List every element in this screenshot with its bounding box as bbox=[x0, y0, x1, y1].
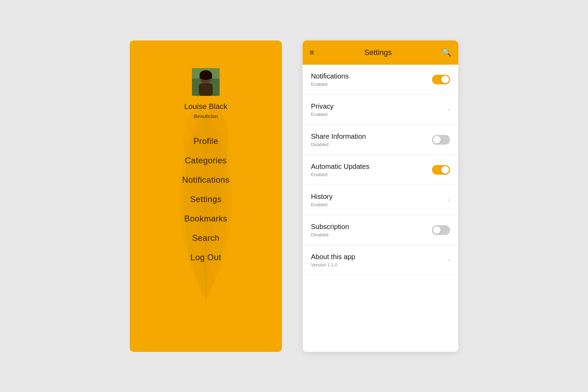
notifications-status: Enabled bbox=[311, 82, 349, 87]
auto-updates-control[interactable] bbox=[432, 165, 450, 175]
user-title: Beautician bbox=[194, 113, 218, 119]
settings-item-privacy-left: Privacy Enabled bbox=[311, 102, 334, 117]
settings-item-subscription-left: Subscription Disabled bbox=[311, 223, 349, 237]
settings-list: Notifications Enabled Privacy Enabled › bbox=[303, 65, 458, 352]
svg-rect-4 bbox=[199, 83, 213, 96]
hamburger-icon[interactable]: ≡ bbox=[310, 48, 314, 57]
privacy-label: Privacy bbox=[311, 102, 334, 110]
share-toggle-track[interactable] bbox=[432, 135, 450, 145]
privacy-status: Enabled bbox=[311, 112, 334, 117]
search-icon[interactable]: 🔍 bbox=[442, 48, 451, 57]
settings-item-notifications: Notifications Enabled bbox=[303, 65, 458, 95]
share-control[interactable] bbox=[432, 135, 450, 145]
subscription-toggle[interactable] bbox=[432, 225, 450, 235]
auto-updates-toggle-thumb bbox=[441, 166, 449, 174]
user-name: Louise Black bbox=[184, 102, 228, 111]
nav-item-search[interactable]: Search bbox=[192, 233, 219, 243]
subscription-toggle-thumb bbox=[433, 226, 441, 234]
share-toggle[interactable] bbox=[432, 135, 450, 145]
notifications-label: Notifications bbox=[311, 72, 349, 80]
left-panel: Louise Black Beautician Profile Categori… bbox=[130, 40, 282, 352]
subscription-status: Disabled bbox=[311, 232, 349, 237]
auto-updates-toggle-track[interactable] bbox=[432, 165, 450, 175]
settings-item-about[interactable]: About this app Version 1.1.0 › bbox=[303, 245, 458, 275]
share-toggle-thumb bbox=[433, 136, 441, 144]
header-title: Settings bbox=[364, 48, 392, 57]
nav-item-logout[interactable]: Log Out bbox=[191, 253, 221, 262]
settings-item-auto-updates: Automatic Updates Enabled bbox=[303, 155, 458, 185]
about-control[interactable]: › bbox=[448, 256, 450, 264]
settings-item-auto-updates-left: Automatic Updates Enabled bbox=[311, 163, 369, 177]
subscription-toggle-track[interactable] bbox=[432, 225, 450, 235]
avatar bbox=[192, 68, 220, 96]
history-label: History bbox=[311, 193, 332, 201]
privacy-chevron-icon: › bbox=[448, 106, 450, 113]
settings-item-subscription: Subscription Disabled bbox=[303, 215, 458, 245]
settings-item-history-left: History Enabled bbox=[311, 193, 332, 207]
settings-item-history[interactable]: History Enabled › bbox=[303, 185, 458, 215]
subscription-control[interactable] bbox=[432, 225, 450, 235]
subscription-label: Subscription bbox=[311, 223, 349, 231]
about-status: Version 1.1.0 bbox=[311, 262, 355, 267]
about-chevron-icon: › bbox=[448, 256, 450, 264]
auto-updates-toggle[interactable] bbox=[432, 165, 450, 175]
notifications-toggle[interactable] bbox=[432, 75, 450, 84]
nav-item-categories[interactable]: Categories bbox=[185, 156, 227, 165]
share-label: Share Information bbox=[311, 133, 366, 140]
nav-item-bookmarks[interactable]: Bookmarks bbox=[184, 214, 228, 224]
history-control[interactable]: › bbox=[448, 196, 450, 204]
auto-updates-status: Enabled bbox=[311, 172, 369, 177]
settings-header: ≡ Settings 🔍 bbox=[303, 40, 458, 65]
svg-rect-6 bbox=[200, 75, 212, 79]
settings-item-share: Share Information Disabled bbox=[303, 125, 458, 155]
privacy-control[interactable]: › bbox=[448, 106, 450, 113]
notifications-toggle-track[interactable] bbox=[432, 75, 450, 84]
about-label: About this app bbox=[311, 253, 355, 261]
share-status: Disabled bbox=[311, 142, 366, 147]
left-content: Louise Black Beautician Profile Categori… bbox=[130, 68, 282, 262]
settings-item-notifications-left: Notifications Enabled bbox=[311, 72, 349, 87]
right-panel: ≡ Settings 🔍 Notifications Enabled Priva… bbox=[303, 40, 458, 352]
nav-item-profile[interactable]: Profile bbox=[193, 136, 218, 146]
settings-item-share-left: Share Information Disabled bbox=[311, 133, 366, 147]
nav-menu: Profile Categories Notifications Setting… bbox=[130, 136, 282, 262]
nav-item-notifications[interactable]: Notifications bbox=[182, 175, 229, 185]
notifications-control[interactable] bbox=[432, 75, 450, 84]
history-status: Enabled bbox=[311, 202, 332, 207]
notifications-toggle-thumb bbox=[441, 76, 449, 83]
auto-updates-label: Automatic Updates bbox=[311, 163, 369, 171]
settings-item-privacy[interactable]: Privacy Enabled › bbox=[303, 95, 458, 125]
nav-item-settings[interactable]: Settings bbox=[190, 194, 222, 204]
history-chevron-icon: › bbox=[448, 196, 450, 204]
settings-item-about-left: About this app Version 1.1.0 bbox=[311, 253, 355, 267]
